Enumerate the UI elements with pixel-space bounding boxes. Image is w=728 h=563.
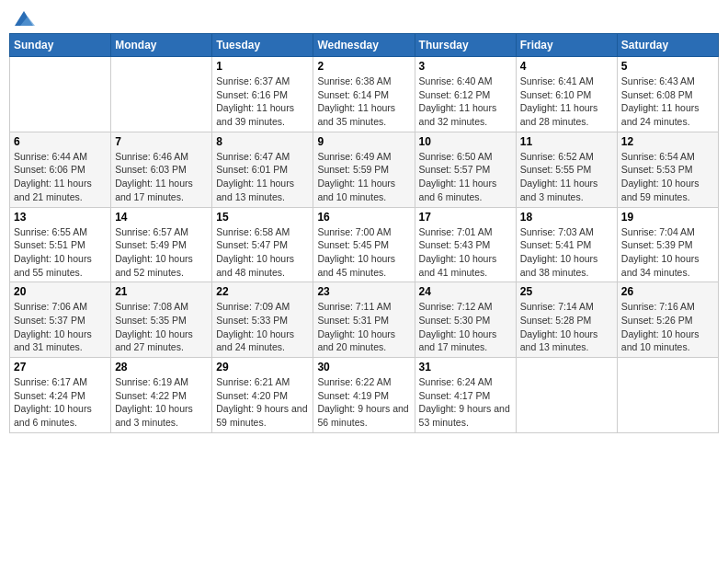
sunset: Sunset: 4:24 PM [14, 390, 85, 401]
day-info: Sunrise: 7:00 AM Sunset: 5:45 PM Dayligh… [317, 225, 410, 280]
daylight: Daylight: 10 hours and 3 minutes. [115, 403, 193, 428]
day-number: 22 [216, 285, 309, 298]
daylight: Daylight: 10 hours and 20 minutes. [317, 328, 395, 353]
sunrise: Sunrise: 7:16 AM [621, 301, 695, 312]
sunset: Sunset: 5:31 PM [317, 315, 389, 326]
sunrise: Sunrise: 6:40 AM [419, 75, 493, 86]
sunrise: Sunrise: 6:52 AM [520, 151, 594, 162]
day-info: Sunrise: 6:58 AM Sunset: 5:47 PM Dayligh… [216, 225, 309, 280]
sunrise: Sunrise: 6:17 AM [14, 376, 87, 387]
day-info: Sunrise: 6:44 AM Sunset: 6:06 PM Dayligh… [14, 150, 107, 204]
day-number: 2 [317, 60, 410, 73]
calendar-cell: 15 Sunrise: 6:58 AM Sunset: 5:47 PM Dayl… [212, 207, 313, 282]
calendar-cell: 1 Sunrise: 6:37 AM Sunset: 6:16 PM Dayli… [212, 57, 313, 132]
sunset: Sunset: 6:08 PM [621, 89, 693, 100]
sunset: Sunset: 6:06 PM [14, 164, 85, 175]
sunrise: Sunrise: 7:04 AM [621, 226, 695, 237]
day-info: Sunrise: 6:55 AM Sunset: 5:51 PM Dayligh… [14, 225, 107, 280]
sunrise: Sunrise: 7:01 AM [419, 226, 493, 237]
calendar-cell: 11 Sunrise: 6:52 AM Sunset: 5:55 PM Dayl… [516, 132, 617, 207]
day-number: 17 [419, 211, 512, 224]
sunset: Sunset: 4:22 PM [115, 390, 187, 401]
sunset: Sunset: 5:47 PM [216, 239, 288, 250]
day-number: 4 [520, 60, 613, 73]
day-number: 3 [419, 60, 512, 73]
calendar-cell: 12 Sunrise: 6:54 AM Sunset: 5:53 PM Dayl… [617, 132, 718, 207]
sunset: Sunset: 5:43 PM [419, 239, 491, 250]
day-number: 16 [317, 211, 410, 224]
sunrise: Sunrise: 6:21 AM [216, 376, 290, 387]
day-info: Sunrise: 7:16 AM Sunset: 5:26 PM Dayligh… [621, 300, 714, 354]
day-info: Sunrise: 7:14 AM Sunset: 5:28 PM Dayligh… [520, 300, 613, 354]
day-info: Sunrise: 7:12 AM Sunset: 5:30 PM Dayligh… [419, 300, 512, 354]
calendar-week-1: 1 Sunrise: 6:37 AM Sunset: 6:16 PM Dayli… [10, 57, 719, 132]
calendar-cell: 19 Sunrise: 7:04 AM Sunset: 5:39 PM Dayl… [617, 207, 718, 282]
calendar-cell: 30 Sunrise: 6:22 AM Sunset: 4:19 PM Dayl… [313, 358, 415, 433]
day-number: 1 [216, 60, 309, 73]
sunset: Sunset: 4:17 PM [419, 390, 491, 401]
day-info: Sunrise: 6:17 AM Sunset: 4:24 PM Dayligh… [14, 375, 107, 430]
calendar-cell: 28 Sunrise: 6:19 AM Sunset: 4:22 PM Dayl… [111, 358, 212, 433]
sunset: Sunset: 5:33 PM [216, 315, 288, 326]
calendar-week-3: 13 Sunrise: 6:55 AM Sunset: 5:51 PM Dayl… [10, 207, 719, 282]
day-info: Sunrise: 7:09 AM Sunset: 5:33 PM Dayligh… [216, 300, 309, 354]
sunset: Sunset: 5:30 PM [419, 315, 491, 326]
sunset: Sunset: 5:55 PM [520, 164, 592, 175]
sunset: Sunset: 5:49 PM [115, 239, 187, 250]
day-info: Sunrise: 7:11 AM Sunset: 5:31 PM Dayligh… [317, 300, 410, 354]
calendar-cell: 20 Sunrise: 7:06 AM Sunset: 5:37 PM Dayl… [10, 282, 111, 358]
daylight: Daylight: 11 hours and 17 minutes. [115, 178, 193, 202]
daylight: Daylight: 10 hours and 27 minutes. [115, 328, 193, 353]
sunrise: Sunrise: 6:50 AM [419, 151, 493, 162]
daylight: Daylight: 11 hours and 10 minutes. [317, 178, 395, 202]
day-info: Sunrise: 7:06 AM Sunset: 5:37 PM Dayligh… [14, 300, 107, 354]
day-info: Sunrise: 7:03 AM Sunset: 5:41 PM Dayligh… [520, 225, 613, 280]
daylight: Daylight: 10 hours and 34 minutes. [621, 253, 700, 278]
day-info: Sunrise: 6:38 AM Sunset: 6:14 PM Dayligh… [317, 75, 410, 129]
calendar: SundayMondayTuesdayWednesdayThursdayFrid… [9, 33, 719, 433]
day-info: Sunrise: 6:19 AM Sunset: 4:22 PM Dayligh… [115, 375, 208, 430]
day-number: 20 [14, 285, 107, 298]
sunrise: Sunrise: 7:00 AM [317, 226, 391, 237]
sunset: Sunset: 4:20 PM [216, 390, 288, 401]
day-header-wednesday: Wednesday [313, 34, 415, 57]
daylight: Daylight: 11 hours and 6 minutes. [419, 178, 497, 202]
day-info: Sunrise: 6:37 AM Sunset: 6:16 PM Dayligh… [216, 75, 309, 129]
day-header-tuesday: Tuesday [212, 34, 313, 57]
sunset: Sunset: 5:53 PM [621, 164, 693, 175]
sunset: Sunset: 6:16 PM [216, 89, 288, 100]
daylight: Daylight: 10 hours and 59 minutes. [621, 178, 700, 202]
day-number: 28 [115, 361, 208, 373]
day-number: 19 [621, 211, 714, 224]
calendar-cell [111, 57, 212, 132]
calendar-header-row: SundayMondayTuesdayWednesdayThursdayFrid… [10, 34, 719, 57]
sunset: Sunset: 6:14 PM [317, 89, 389, 100]
sunset: Sunset: 4:19 PM [317, 390, 389, 401]
day-number: 26 [621, 285, 714, 298]
day-number: 9 [317, 135, 410, 148]
sunrise: Sunrise: 6:55 AM [14, 226, 87, 237]
day-info: Sunrise: 6:57 AM Sunset: 5:49 PM Dayligh… [115, 225, 208, 280]
calendar-cell: 26 Sunrise: 7:16 AM Sunset: 5:26 PM Dayl… [617, 282, 718, 358]
day-info: Sunrise: 6:47 AM Sunset: 6:01 PM Dayligh… [216, 150, 309, 204]
sunrise: Sunrise: 6:37 AM [216, 75, 290, 86]
daylight: Daylight: 10 hours and 38 minutes. [520, 253, 598, 278]
sunset: Sunset: 5:37 PM [14, 315, 85, 326]
day-info: Sunrise: 6:50 AM Sunset: 5:57 PM Dayligh… [419, 150, 512, 204]
day-number: 8 [216, 135, 309, 148]
daylight: Daylight: 9 hours and 59 minutes. [216, 403, 307, 428]
sunrise: Sunrise: 6:19 AM [115, 376, 188, 387]
calendar-cell: 2 Sunrise: 6:38 AM Sunset: 6:14 PM Dayli… [313, 57, 415, 132]
sunset: Sunset: 5:28 PM [520, 315, 592, 326]
sunrise: Sunrise: 6:49 AM [317, 151, 391, 162]
sunrise: Sunrise: 6:22 AM [317, 376, 391, 387]
calendar-cell: 4 Sunrise: 6:41 AM Sunset: 6:10 PM Dayli… [516, 57, 617, 132]
sunrise: Sunrise: 6:44 AM [14, 151, 87, 162]
sunrise: Sunrise: 7:06 AM [14, 301, 87, 312]
day-info: Sunrise: 6:41 AM Sunset: 6:10 PM Dayligh… [520, 75, 613, 129]
day-number: 13 [14, 211, 107, 224]
sunrise: Sunrise: 7:09 AM [216, 301, 290, 312]
day-info: Sunrise: 6:54 AM Sunset: 5:53 PM Dayligh… [621, 150, 714, 204]
sunset: Sunset: 5:41 PM [520, 239, 592, 250]
daylight: Daylight: 11 hours and 28 minutes. [520, 102, 598, 127]
